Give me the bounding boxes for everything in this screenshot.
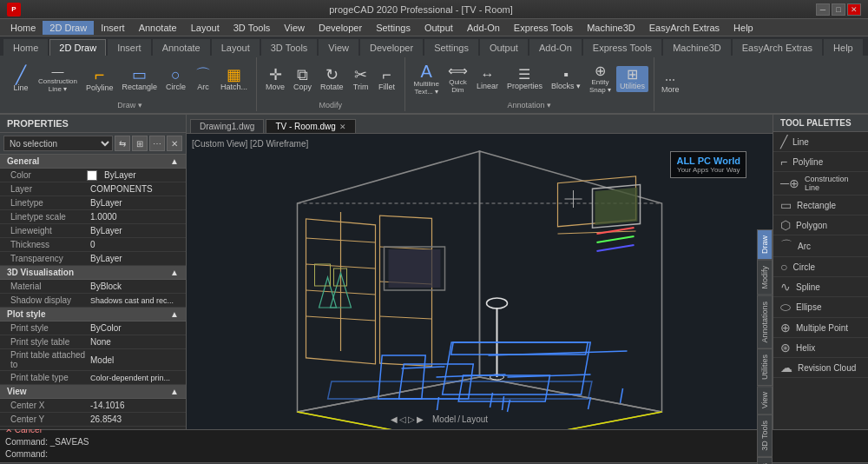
palette-tab-3dtools[interactable]: 3D Tools [757,414,773,457]
menu-item-3d-tools[interactable]: 3D Tools [227,21,278,35]
palette-tab-utilities[interactable]: Utilities [757,348,773,386]
properties-selector[interactable]: No selection ⇆ ⊞ ⋯ ✕ [0,133,186,155]
nav-next2-btn[interactable]: ▷ [408,414,415,424]
copy-button[interactable]: ⧉ Copy [290,65,315,93]
menu-item-settings[interactable]: Settings [369,21,418,35]
palette-item-spline[interactable]: ∿ Spline [773,277,868,297]
prop-icon-1[interactable]: ⇆ [115,136,130,151]
fillet-button[interactable]: ⌐ Fillet [375,65,399,93]
menu-item-machine3d[interactable]: Machine3D [580,21,642,35]
line-button[interactable]: ╱ Line [9,64,33,94]
more-button[interactable]: ⋯ More [658,71,683,97]
palette-tab-fills[interactable]: Fills and Hatches [757,457,773,464]
blocks-button[interactable]: ▪ Blocks ▾ [548,66,584,92]
trim-button[interactable]: ✂ Trim [349,65,373,93]
ribbon-tab-easyarch-extras[interactable]: EasyArch Extras [733,39,822,56]
palette-tab-annotations[interactable]: Annotations [757,295,773,349]
copy-icon: ⧉ [297,67,308,83]
hatch-button[interactable]: ▦ Hatch... [217,65,251,93]
menu-item-home[interactable]: Home [3,21,43,35]
ribbon-tab-machine3d[interactable]: Machine3D [663,39,731,56]
menu-item-2d-draw[interactable]: 2D Draw [43,21,94,35]
ribbon-tab-insert[interactable]: Insert [108,39,151,56]
canvas-tab-tvroom[interactable]: TV - Room.dwg ✕ [266,119,355,133]
construction-line-button[interactable]: — ConstructionLine ▾ [35,63,81,95]
linear-icon: ↔ [480,68,494,82]
general-section-header[interactable]: General ▲ [0,155,186,169]
palette-item-rectangle[interactable]: ▭ Rectangle [773,196,868,215]
ribbon-tab-help[interactable]: Help [824,39,863,56]
entity-selector[interactable]: No selection [3,136,113,151]
palette-item-circle[interactable]: ○ Circle [773,257,868,277]
prop-icon-4[interactable]: ✕ [167,136,182,151]
prop-icon-3[interactable]: ⋯ [149,136,165,151]
palette-tab-modify[interactable]: Modify [757,260,773,295]
menu-item-express-tools[interactable]: Express Tools [507,21,580,35]
menu-item-layout[interactable]: Layout [184,21,227,35]
plot-section-header[interactable]: Plot style ▲ [0,308,186,321]
entity-snap-button[interactable]: ⊕ EntitySnap ▾ [586,63,615,96]
palette-item-polyline[interactable]: ⌐ Polyline [773,152,868,172]
palette-item-revision-cloud[interactable]: ☁ Revision Cloud [773,358,868,378]
ribbon-tab-home[interactable]: Home [3,39,48,56]
prop-linescale-row: Linetype scale 1.0000 [0,210,186,224]
canvas-viewport[interactable]: [Custom View] [2D Wireframe] ALL PC Worl… [187,134,773,429]
arc-button[interactable]: ⌒ Arc [191,65,215,93]
palette-item-ellipse[interactable]: ⬭ Ellipse [773,297,868,318]
nav-next-btn[interactable]: ▶ [417,414,424,424]
view-section-label: View [7,387,27,396]
properties-button[interactable]: ☰ Properties [503,66,546,92]
utilities-button[interactable]: ⊞ Utilities [616,66,648,92]
view-section-header[interactable]: View ▲ [0,385,186,399]
ribbon-tab-annotate[interactable]: Annotate [153,39,210,56]
nav-prev-btn[interactable]: ◀ [391,414,398,424]
tab-close-icon[interactable]: ✕ [339,123,346,131]
ribbon-tab-express-tools[interactable]: Express Tools [583,39,661,56]
palette-item-multipoint[interactable]: ⊕ Multiple Point [773,318,868,338]
ribbon-tab-view[interactable]: View [319,39,358,56]
menu-item-output[interactable]: Output [418,21,460,35]
rectangle-button[interactable]: ▭ Rectangle [118,65,161,93]
palette-tab-draw[interactable]: Draw [757,229,773,260]
quick-dim-button[interactable]: ⟺ QuickDim [444,63,471,96]
menu-item-easyarch-extras[interactable]: EasyArch Extras [642,21,727,35]
ribbon-tab-output[interactable]: Output [480,39,528,56]
maximize-button[interactable]: □ [832,3,845,16]
minimize-button[interactable]: ─ [816,3,830,16]
palette-item-helix[interactable]: ⊛ Helix [773,338,868,358]
multiline-text-button[interactable]: A MultilineText... ▾ [411,61,443,97]
move-button[interactable]: ✛ Move [262,65,288,93]
close-button[interactable]: ✕ [847,3,861,16]
menu-item-annotate[interactable]: Annotate [132,21,184,35]
palette-item-polygon[interactable]: ⬡ Polygon [773,215,868,235]
ribbon-tab-3d-tools[interactable]: 3D Tools [261,39,318,56]
printtype-value: Color-dependent prin... [87,374,186,382]
palette-item-line[interactable]: ╱ Line [773,132,868,152]
menu-item-help[interactable]: Help [727,21,760,35]
rotate-button[interactable]: ↻ Rotate [317,65,347,93]
3d-section-header[interactable]: 3D Visualisation ▲ [0,266,186,280]
palette-item-arc[interactable]: ⌒ Arc [773,235,868,257]
layout-tab[interactable]: Layout [462,414,488,424]
canvas-tab-drawing1[interactable]: Drawing1.dwg [190,119,264,133]
prop-icon-2[interactable]: ⊞ [132,136,148,151]
prop-layer-row: Layer COMPONENTS [0,182,186,196]
palette-tab-view[interactable]: View [757,386,773,414]
nav-prev2-btn[interactable]: ◁ [399,414,406,424]
ribbon-tab-add-on[interactable]: Add-On [529,39,582,56]
menu-item-view[interactable]: View [277,21,312,35]
menu-item-developer[interactable]: Developer [312,21,369,35]
ribbon-tab-layout[interactable]: Layout [212,39,260,56]
ribbon-tab-settings[interactable]: Settings [424,39,478,56]
ribbon-tab-2d-draw[interactable]: 2D Draw [49,39,106,56]
window-controls[interactable]: ─ □ ✕ [816,3,861,16]
menu-item-add-on[interactable]: Add-On [460,21,507,35]
menu-item-insert[interactable]: Insert [94,21,132,35]
model-tab[interactable]: Model [432,414,456,424]
circle-button[interactable]: ○ Circle [162,65,189,93]
linear-button[interactable]: ↔ Linear [473,66,502,92]
polyline-button[interactable]: ⌐ Polyline [82,64,117,94]
palette-item-construction-line[interactable]: ─⊕ Construction Line [773,172,868,196]
ribbon-tab-developer[interactable]: Developer [360,39,423,56]
material-value: ByBlock [87,282,186,291]
